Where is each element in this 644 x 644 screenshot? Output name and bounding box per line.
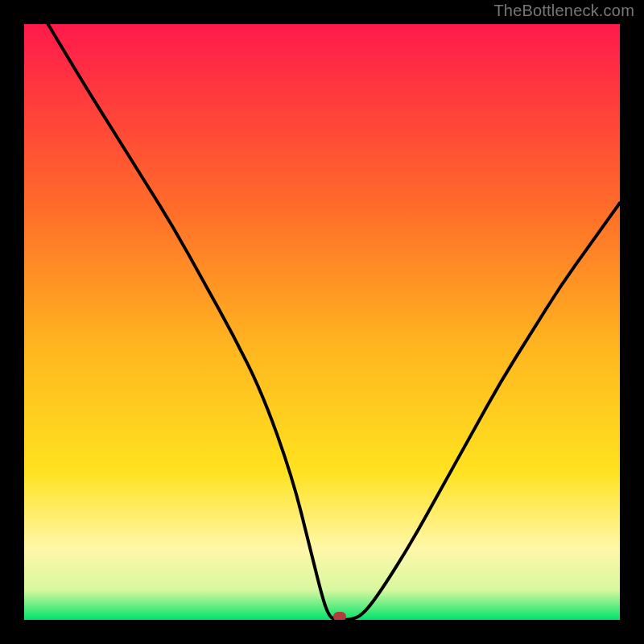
chart-frame: TheBottleneck.com: [0, 0, 644, 644]
watermark-text: TheBottleneck.com: [493, 2, 634, 20]
chart-svg: [24, 24, 620, 620]
plot-area: [24, 24, 620, 620]
optimal-point-marker: [333, 612, 346, 620]
gradient-background: [24, 24, 620, 620]
